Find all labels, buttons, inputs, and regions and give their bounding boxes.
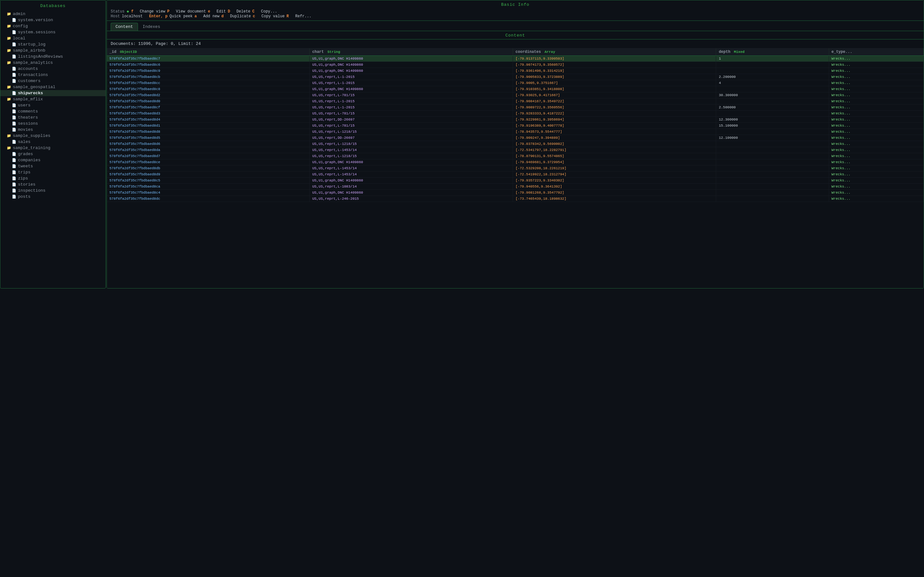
sidebar-item-tweets[interactable]: 📄tweets bbox=[0, 163, 105, 169]
sidebar-item-grades[interactable]: 📄grades bbox=[0, 151, 105, 157]
sidebar-item-local[interactable]: 📁local bbox=[0, 35, 105, 41]
edit-shortcut: D bbox=[228, 9, 230, 14]
sidebar-item-users[interactable]: 📄users bbox=[0, 102, 105, 108]
sidebar-item-label: config bbox=[13, 24, 28, 29]
edit-item[interactable]: Edit D bbox=[216, 9, 230, 14]
cell-chart: US,US,reprt,L-1-2015 bbox=[310, 80, 513, 86]
change-view-item[interactable]: Change view P bbox=[140, 9, 170, 14]
table-row[interactable]: 578f6fa2df35c7fbdbaed8c8US,U1,graph,DNC … bbox=[107, 86, 924, 92]
cell-etype: Wrecks... bbox=[829, 129, 923, 135]
file-icon: 📄 bbox=[12, 18, 16, 22]
folder-icon: 📁 bbox=[7, 85, 11, 89]
refresh-item[interactable]: Refr... bbox=[295, 14, 311, 19]
cell-id: 578f6fa2df35c7fbdbaed8d2 bbox=[107, 92, 310, 98]
sidebar-item-comments[interactable]: 📄comments bbox=[0, 108, 105, 114]
cell-etype: Wrecks... bbox=[829, 80, 923, 86]
table-row[interactable]: 578f6fa2df35c7fbdbaed8d7US,US,reprt,L-12… bbox=[107, 153, 924, 159]
sidebar-item-zips[interactable]: 📄zips bbox=[0, 175, 105, 181]
sidebar-item-shipwrecks[interactable]: 📄shipwrecks bbox=[0, 90, 105, 96]
duplicate-item[interactable]: Duplicate c bbox=[230, 14, 255, 19]
cell-id: 578f6fa2df35c7fbdbaed8c8 bbox=[107, 86, 310, 92]
col-header-chart[interactable]: chart String bbox=[310, 48, 513, 56]
sidebar-item-sales[interactable]: 📄sales bbox=[0, 139, 105, 145]
col-header-_id[interactable]: _id ObjectID bbox=[107, 48, 310, 56]
cell-etype: Wrecks... bbox=[829, 190, 923, 196]
file-icon: 📄 bbox=[12, 164, 16, 168]
tab-content[interactable]: Content bbox=[111, 23, 138, 31]
file-icon: 📄 bbox=[12, 109, 16, 113]
table-row[interactable]: 578f6fa2df35c7fbdbaed8d9US,US,reprt,L-14… bbox=[107, 171, 924, 177]
table-row[interactable]: 578f6fa2df35c7fbdbaed8c6US,U1,graph,DNC … bbox=[107, 62, 924, 68]
sidebar-item-sample_airbnb[interactable]: 📁sample_airbnb bbox=[0, 47, 105, 53]
cell-coordinates: [-79.9089722,9.3560556] bbox=[513, 105, 716, 111]
table-row[interactable]: 578f6fa2df35c7fbdbaed8c5US,U1,graph,DNC … bbox=[107, 177, 924, 184]
sidebar-item-admin[interactable]: 📁admin bbox=[0, 11, 105, 17]
copy-value-item[interactable]: Copy value R bbox=[262, 14, 289, 19]
sidebar-item-movies[interactable]: 📄movies bbox=[0, 127, 105, 133]
table-row[interactable]: 578f6fa2df35c7fbdbaed8d3US,US,reprt,L-78… bbox=[107, 111, 924, 117]
sidebar-item-label: posts bbox=[18, 194, 31, 199]
table-row[interactable]: 578f6fa2df35c7fbdbaed8d2US,US,reprt,L-78… bbox=[107, 92, 924, 98]
cell-id: 578f6fa2df35c7fbdbaed8dc bbox=[107, 196, 310, 202]
status-item: Status ● f bbox=[111, 9, 134, 14]
sidebar-item-system.version[interactable]: 📄system.version bbox=[0, 17, 105, 23]
table-row[interactable]: 578f6fa2df35c7fbdbaed8ceUS,U1,graph,DNC … bbox=[107, 159, 924, 165]
table-row[interactable]: 578f6fa2df35c7fbdbaed8d5US,US,reprt,DD-2… bbox=[107, 135, 924, 141]
sidebar-item-system.sessions[interactable]: 📄system.sessions bbox=[0, 29, 105, 35]
tab-indexes[interactable]: Indexes bbox=[138, 23, 165, 31]
table-row[interactable]: 578f6fa2df35c7fbdbaed8d8US,US,reprt,L-12… bbox=[107, 129, 924, 135]
host-item: Host localhost bbox=[111, 14, 143, 19]
sidebar-item-sample_training[interactable]: 📁sample_training bbox=[0, 145, 105, 151]
table-row[interactable]: 578f6fa2df35c7fbdbaed8d4US,US,reprt,DD-2… bbox=[107, 117, 924, 123]
col-header-depth[interactable]: depth Mixed bbox=[716, 48, 829, 56]
sidebar-item-listingsAndReviews[interactable]: 📄listingsAndReviews bbox=[0, 53, 105, 60]
sidebar-item-stories[interactable]: 📄stories bbox=[0, 181, 105, 187]
file-icon: 📄 bbox=[12, 182, 16, 187]
sidebar-item-accounts[interactable]: 📄accounts bbox=[0, 66, 105, 72]
sidebar-item-theaters[interactable]: 📄theaters bbox=[0, 114, 105, 121]
sidebar-item-sample_mflix[interactable]: 📁sample_mflix bbox=[0, 96, 105, 102]
table-row[interactable]: 578f6fa2df35c7fbdbaed8ccUS,US,reprt,L-1-… bbox=[107, 80, 924, 86]
sidebar-item-sample_geospatial[interactable]: 📁sample_geospatial bbox=[0, 84, 105, 90]
table-row[interactable]: 578f6fa2df35c7fbdbaed8dcUS,US,reprt,L-24… bbox=[107, 196, 924, 202]
sidebar-item-posts[interactable]: 📄posts bbox=[0, 193, 105, 200]
add-new-item[interactable]: Add new d bbox=[203, 14, 224, 19]
table-row[interactable]: 578f6fa2df35c7fbdbaed8daUS,US,reprt,L-14… bbox=[107, 147, 924, 153]
table-row[interactable]: 578f6fa2df35c7fbdbaed8c9US,U1,graph,DNC … bbox=[107, 68, 924, 74]
table-row[interactable]: 578f6fa2df35c7fbdbaed8c7US,U1,graph,DNC … bbox=[107, 56, 924, 62]
sidebar-item-sample_analytics[interactable]: 📁sample_analytics bbox=[0, 60, 105, 66]
table-row[interactable]: 578f6fa2df35c7fbdbaed8dbUS,US,reprt,L-14… bbox=[107, 165, 924, 171]
delete-item[interactable]: Delete C bbox=[236, 9, 254, 14]
content-area: Content Documents: 11096, Page: 0, Limit… bbox=[107, 31, 924, 288]
sidebar-item-sample_supplies[interactable]: 📁sample_supplies bbox=[0, 133, 105, 139]
copy-item[interactable]: Copy... bbox=[261, 9, 277, 14]
sidebar-item-startup_log[interactable]: 📄startup_log bbox=[0, 41, 105, 47]
sidebar-item-label: sample_airbnb bbox=[13, 48, 45, 53]
cell-coordinates: [-79.9005833,9.3723889] bbox=[513, 74, 716, 80]
sidebar-item-config[interactable]: 📁config bbox=[0, 23, 105, 29]
file-icon: 📄 bbox=[12, 189, 16, 193]
col-header-e_type[interactable]: e_type... bbox=[829, 48, 923, 56]
table-row[interactable]: 578f6fa2df35c7fbdbaed8d6US,US,reprt,L-12… bbox=[107, 141, 924, 147]
cell-chart: US,US,reprt,L-1453/14 bbox=[310, 171, 513, 177]
col-header-coordinates[interactable]: coordinates Array bbox=[513, 48, 716, 56]
table-row[interactable]: 578f6fa2df35c7fbdbaed8caUS,US,reprt,L-10… bbox=[107, 184, 924, 190]
sidebar-item-transactions[interactable]: 📄transactions bbox=[0, 72, 105, 78]
table-row[interactable]: 578f6fa2df35c7fbdbaed8d1US,US,reprt,L-78… bbox=[107, 123, 924, 129]
sidebar-item-sessions[interactable]: 📄sessions bbox=[0, 121, 105, 127]
sidebar-item-label: system.sessions bbox=[18, 30, 55, 35]
table-row[interactable]: 578f6fa2df35c7fbdbaed8cfUS,US,reprt,L-1-… bbox=[107, 105, 924, 111]
cell-etype: Wrecks... bbox=[829, 171, 923, 177]
sidebar-item-companies[interactable]: 📄companies bbox=[0, 157, 105, 163]
sidebar-item-trips[interactable]: 📄trips bbox=[0, 169, 105, 175]
cell-id: 578f6fa2df35c7fbdbaed8c6 bbox=[107, 62, 310, 68]
table-row[interactable]: 578f6fa2df35c7fbdbaed8cbUS,US,reprt,L-1-… bbox=[107, 74, 924, 80]
sidebar-item-inspections[interactable]: 📄inspections bbox=[0, 187, 105, 193]
sidebar-item-label: trips bbox=[18, 170, 31, 175]
view-doc-item[interactable]: View document e bbox=[176, 9, 210, 14]
enter-item[interactable]: Enter, p Quick peek a bbox=[149, 14, 197, 19]
table-row[interactable]: 578f6fa2df35c7fbdbaed8d0US,US,reprt,L-1-… bbox=[107, 98, 924, 105]
cell-chart: US,US,reprt,L-1218/15 bbox=[310, 153, 513, 159]
table-row[interactable]: 578f6fa2df35c7fbdbaed8c4US,U1,graph,DNC … bbox=[107, 190, 924, 196]
sidebar-item-customers[interactable]: 📄customers bbox=[0, 78, 105, 84]
